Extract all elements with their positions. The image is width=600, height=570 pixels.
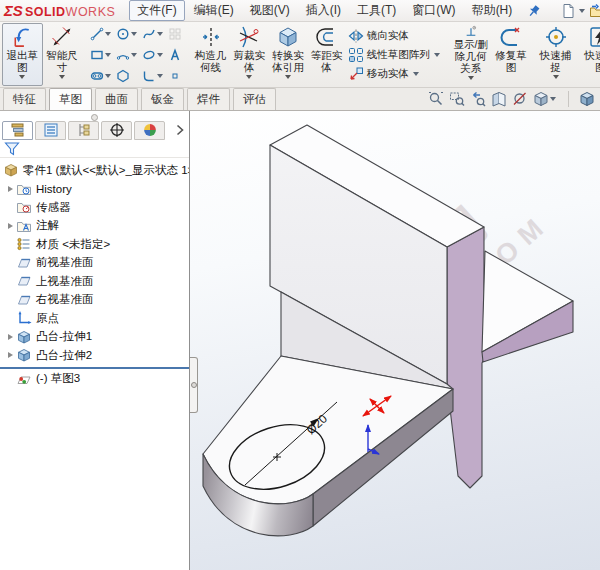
tree-item-history[interactable]: History [0, 180, 189, 199]
menu-pin-icon[interactable] [527, 4, 541, 18]
panel-width-grip[interactable] [0, 111, 189, 120]
tab-configurationmanager[interactable] [68, 121, 99, 140]
arc-caret[interactable] [131, 53, 137, 60]
smart-dimension-caret[interactable] [59, 75, 65, 82]
trim-entities-caret[interactable] [246, 75, 252, 82]
display-style-icon[interactable] [579, 91, 595, 107]
slot-tool[interactable] [89, 65, 114, 86]
tree-item-sketch3[interactable]: (-) 草图3 [0, 370, 189, 389]
line-caret[interactable] [105, 32, 111, 39]
tree-item-front-plane[interactable]: 前视基准面 [0, 254, 189, 273]
panel-tabs-overflow[interactable] [173, 124, 187, 136]
view-settings-icon[interactable] [512, 91, 528, 107]
display-delete-relations-caret[interactable] [468, 76, 474, 83]
headsup-separator [568, 91, 569, 107]
menu-window[interactable]: 窗口(W) [405, 1, 462, 20]
tree-filter[interactable] [0, 140, 189, 158]
expand-arrow-icon[interactable] [4, 334, 16, 340]
line-tool[interactable] [89, 23, 114, 44]
zoom-fit-icon[interactable] [428, 91, 444, 107]
panel-collapse-handle[interactable] [190, 357, 198, 413]
spline-caret[interactable] [157, 32, 163, 39]
smart-dimension-button[interactable]: 智能尺寸 [43, 23, 82, 86]
new-document-icon[interactable] [559, 2, 577, 20]
rectangle-caret[interactable] [105, 53, 111, 60]
display-delete-relations-icon [459, 25, 483, 38]
sensors-folder-icon [16, 199, 32, 215]
linear-sketch-pattern-button[interactable]: 线性草图阵列 [348, 47, 442, 63]
expand-arrow-icon[interactable] [4, 186, 16, 192]
quick-snaps-button[interactable]: 快速捕捉 [536, 23, 575, 86]
tab-sketch[interactable]: 草图 [49, 88, 92, 110]
move-entities-caret[interactable] [413, 72, 419, 79]
circle-caret[interactable] [131, 32, 137, 39]
previous-view-icon[interactable] [470, 91, 486, 107]
material-icon [16, 236, 32, 252]
view-orientation-caret[interactable] [550, 97, 556, 104]
linear-pattern-caret[interactable] [434, 53, 440, 60]
point-tool[interactable] [167, 65, 183, 86]
tab-featuremanager-tree[interactable] [2, 121, 33, 140]
zoom-area-icon[interactable] [449, 91, 465, 107]
ellipse-caret[interactable] [157, 53, 163, 60]
offset-entities-button[interactable]: 等距实体 [307, 23, 346, 86]
display-delete-relations-button[interactable]: 显示/删除几何关系 [450, 23, 492, 86]
trim-entities-button[interactable]: 剪裁实体 [230, 23, 269, 86]
expand-arrow-icon[interactable] [4, 223, 16, 229]
tree-item-origin[interactable]: 原点 [0, 309, 189, 328]
tree-item-top-plane[interactable]: 上视基准面 [0, 272, 189, 291]
expand-arrow-icon[interactable] [4, 352, 16, 358]
mirror-entities-button[interactable]: 镜向实体 [348, 28, 442, 44]
move-entities-button[interactable]: 移动实体 [348, 66, 442, 82]
new-dropdown-caret[interactable] [579, 9, 585, 16]
model-face-right-purple[interactable] [447, 227, 484, 488]
trim-entities-icon [237, 25, 261, 49]
tab-displaymanager[interactable] [134, 121, 165, 140]
open-document-icon[interactable] [588, 2, 600, 20]
exit-sketch-button[interactable]: 退出草图 [2, 23, 43, 86]
repair-sketch-button[interactable]: 修复草图 [492, 23, 531, 86]
tab-weldments[interactable]: 焊件 [187, 88, 230, 110]
tab-dimxpertmanager[interactable] [101, 121, 132, 140]
spline-tool[interactable] [141, 23, 166, 44]
trim-entities-label: 剪裁实体 [232, 49, 267, 73]
tab-sheet-metal[interactable]: 钣金 [141, 88, 184, 110]
slot-caret[interactable] [105, 74, 111, 81]
section-view-icon[interactable] [491, 91, 507, 107]
tab-surfaces[interactable]: 曲面 [95, 88, 138, 110]
pattern-tools-column: 镜向实体 线性草图阵列 移动实体 [346, 23, 444, 86]
polygon-tool[interactable] [115, 65, 140, 86]
construction-geometry-button[interactable]: 构造几何线 [191, 23, 230, 86]
fillet-caret[interactable] [157, 74, 163, 81]
text-tool[interactable] [167, 44, 183, 65]
menu-tools[interactable]: 工具(T) [350, 1, 403, 20]
fillet-tool[interactable] [141, 65, 166, 86]
tree-item-sensors[interactable]: 传感器 [0, 198, 189, 217]
convert-entities-button[interactable]: 转换实体引用 [269, 23, 308, 86]
tree-item-boss-extrude1[interactable]: 凸台-拉伸1 [0, 328, 189, 347]
tree-item-annotations[interactable]: 注解 [0, 217, 189, 236]
tree-item-right-plane[interactable]: 右视基准面 [0, 291, 189, 310]
rectangle-tool[interactable] [89, 44, 114, 65]
exit-sketch-caret[interactable] [19, 75, 25, 82]
convert-entities-caret[interactable] [285, 75, 291, 82]
menu-file[interactable]: 文件(F) [129, 0, 184, 21]
tree-item-material[interactable]: 材质 <未指定> [0, 235, 189, 254]
menu-view[interactable]: 视图(V) [243, 1, 297, 20]
arc-tool[interactable] [115, 44, 140, 65]
menu-insert[interactable]: 插入(I) [299, 1, 348, 20]
ellipse-tool[interactable] [141, 44, 166, 65]
view-orientation-button[interactable] [533, 91, 558, 107]
tree-item-part-root[interactable]: 零件1 (默认<<默认>_显示状态 1>) [0, 161, 189, 180]
tree-item-boss-extrude2[interactable]: 凸台-拉伸2 [0, 346, 189, 365]
tab-evaluate[interactable]: 评估 [233, 88, 276, 110]
menu-help[interactable]: 帮助(H) [465, 1, 520, 20]
rapid-sketch-button[interactable]: 快速草图 [581, 23, 600, 86]
graphics-viewport[interactable]: 软件自学网 WWW.RJZXW.COM [190, 111, 600, 570]
menu-edit[interactable]: 编辑(E) [187, 1, 241, 20]
tab-features[interactable]: 特征 [3, 88, 46, 110]
tab-propertymanager[interactable] [35, 121, 66, 140]
quick-snaps-caret[interactable] [553, 75, 559, 82]
circle-tool[interactable] [115, 23, 140, 44]
rollback-bar[interactable] [0, 367, 189, 369]
